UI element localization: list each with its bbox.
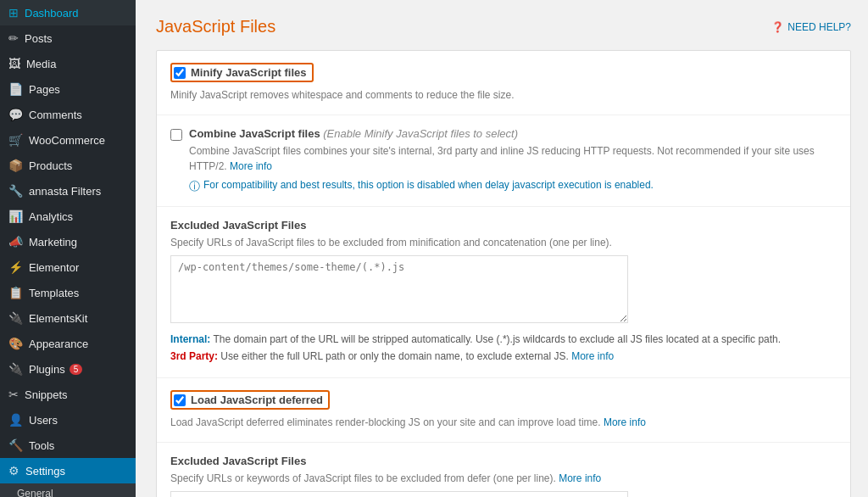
sidebar-label-woocommerce: WooCommerce (29, 134, 105, 147)
settings-icon: ⚙ (8, 464, 19, 477)
sidebar-label-templates: Templates (29, 287, 79, 299)
sidebar-item-comments[interactable]: 💬Comments (0, 102, 136, 127)
sidebar-item-templates[interactable]: 📋Templates (0, 280, 136, 305)
sidebar-item-dashboard[interactable]: ⊞Dashboard (0, 0, 136, 25)
sidebar-item-posts[interactable]: ✏Posts (0, 25, 136, 51)
page-title: JavaScript Files (156, 17, 275, 36)
sidebar-sublabel-general: General (17, 488, 53, 497)
sidebar-label-marketing: Marketing (29, 236, 77, 248)
excluded-js-1-desc: Specify URLs of JavaScript files to be e… (170, 237, 837, 248)
elementor-icon: ⚡ (8, 260, 23, 274)
excluded-js-1-notes: Internal: The domain part of the URL wil… (170, 331, 837, 366)
tools-icon: 🔨 (8, 438, 23, 452)
sidebar-item-elementskit[interactable]: 🔌ElementsKit (0, 305, 136, 331)
sidebar-item-appearance[interactable]: 🎨Appearance (0, 331, 136, 356)
annasta-filters-icon: 🔧 (8, 184, 23, 198)
excluded-js-2-textarea[interactable] (170, 491, 628, 497)
sidebar-item-elementor[interactable]: ⚡Elementor (0, 254, 136, 280)
load-deferred-row: Load JavaScript deferred Load JavaScript… (157, 378, 850, 443)
sidebar-item-snippets[interactable]: ✂Snippets (0, 382, 136, 407)
load-deferred-highlight: Load JavaScript deferred (170, 390, 330, 410)
main-content: JavaScript Files ❓ NEED HELP? Minify Jav… (136, 0, 868, 497)
excluded-js-1-row: Excluded JavaScript Files Specify URLs o… (157, 207, 850, 378)
minify-js-label: Minify JavaScript files (191, 66, 307, 79)
help-icon: ❓ (771, 21, 784, 33)
excluded-js-1-textarea[interactable] (170, 255, 628, 323)
marketing-icon: 📣 (8, 235, 23, 248)
badge-plugins: 5 (70, 364, 83, 375)
sidebar-label-elementskit: ElementsKit (29, 312, 87, 325)
sidebar-subitem-general[interactable]: General (0, 483, 136, 497)
sidebar-label-settings: Settings (25, 465, 65, 477)
load-deferred-more-info[interactable]: More info (604, 416, 646, 428)
sidebar-label-posts: Posts (25, 32, 53, 45)
combine-js-label: Combine JavaScript files (Enable Minify … (189, 127, 518, 140)
posts-icon: ✏ (8, 31, 19, 45)
combine-js-desc: Combine JavaScript files combines your s… (189, 143, 837, 174)
sidebar-item-marketing[interactable]: 📣Marketing (0, 229, 136, 254)
sidebar-label-elementor: Elementor (29, 261, 79, 274)
need-help-link[interactable]: ❓ NEED HELP? (771, 21, 851, 33)
minify-js-checkbox[interactable] (174, 67, 186, 79)
templates-icon: 📋 (8, 286, 23, 299)
products-icon: 📦 (8, 159, 23, 172)
minify-js-highlight: Minify JavaScript files (170, 63, 314, 82)
sidebar-label-plugins: Plugins (29, 363, 65, 376)
excluded-js-2-row: Excluded JavaScript Files Specify URLs o… (157, 443, 850, 497)
users-icon: 👤 (8, 413, 23, 427)
dashboard-icon: ⊞ (8, 6, 19, 20)
sidebar-label-tools: Tools (29, 439, 54, 452)
load-deferred-label: Load JavaScript deferred (191, 394, 323, 406)
sidebar-label-products: Products (29, 159, 72, 172)
sidebar-label-comments: Comments (29, 109, 82, 121)
sidebar-label-pages: Pages (29, 83, 60, 96)
sidebar-label-appearance: Appearance (29, 338, 88, 350)
pages-icon: 📄 (8, 82, 23, 96)
minify-js-desc: Minify JavaScript removes whitespace and… (170, 87, 837, 103)
excluded-js-1-label: Excluded JavaScript Files (170, 219, 837, 232)
info-icon: ⓘ (189, 179, 200, 194)
minify-js-row: Minify JavaScript files Minify JavaScrip… (157, 51, 850, 115)
comments-icon: 💬 (8, 108, 23, 121)
sidebar-item-media[interactable]: 🖼Media (0, 51, 136, 76)
load-deferred-desc: Load JavaScript deferred eliminates rend… (170, 415, 837, 430)
sidebar-label-snippets: Snippets (25, 388, 68, 401)
appearance-icon: 🎨 (8, 337, 23, 350)
page-header: JavaScript Files ❓ NEED HELP? (156, 17, 851, 36)
combine-js-note: ⓘ For compatibility and best results, th… (189, 179, 837, 194)
sidebar-item-analytics[interactable]: 📊Analytics (0, 204, 136, 229)
sidebar-label-media: Media (26, 58, 56, 70)
plugins-icon: 🔌 (8, 362, 23, 376)
sidebar-label-annasta-filters: annasta Filters (29, 185, 101, 198)
excluded-js-2-label: Excluded JavaScript Files (170, 455, 837, 467)
sidebar-item-users[interactable]: 👤Users (0, 407, 136, 433)
sidebar-item-woocommerce[interactable]: 🛒WooCommerce (0, 127, 136, 153)
combine-js-more-info[interactable]: More info (230, 160, 272, 172)
excluded-js-2-more-info[interactable]: More info (559, 472, 601, 484)
sidebar-label-dashboard: Dashboard (25, 7, 79, 20)
snippets-icon: ✂ (8, 388, 19, 401)
excluded-js-2-desc: Specify URLs or keywords of JavaScript f… (170, 472, 837, 484)
sidebar: ⊞Dashboard✏Posts🖼Media📄Pages💬Comments🛒Wo… (0, 0, 136, 497)
load-deferred-checkbox[interactable] (174, 394, 186, 406)
sidebar-item-settings[interactable]: ⚙Settings (0, 458, 136, 483)
sidebar-item-tools[interactable]: 🔨Tools (0, 433, 136, 458)
sidebar-label-users: Users (29, 414, 58, 427)
sidebar-item-plugins[interactable]: 🔌Plugins5 (0, 356, 136, 382)
js-settings-card: Minify JavaScript files Minify JavaScrip… (156, 50, 851, 497)
sidebar-label-analytics: Analytics (29, 210, 73, 223)
sidebar-item-pages[interactable]: 📄Pages (0, 76, 136, 102)
combine-js-row: Combine JavaScript files (Enable Minify … (157, 115, 850, 207)
sidebar-item-annasta-filters[interactable]: 🔧annasta Filters (0, 178, 136, 204)
excluded-js-1-more-info[interactable]: More info (571, 350, 614, 362)
woocommerce-icon: 🛒 (8, 133, 23, 147)
combine-js-checkbox[interactable] (170, 129, 182, 141)
elementskit-icon: 🔌 (8, 311, 23, 325)
analytics-icon: 📊 (8, 209, 23, 223)
media-icon: 🖼 (8, 57, 20, 70)
sidebar-item-products[interactable]: 📦Products (0, 153, 136, 178)
